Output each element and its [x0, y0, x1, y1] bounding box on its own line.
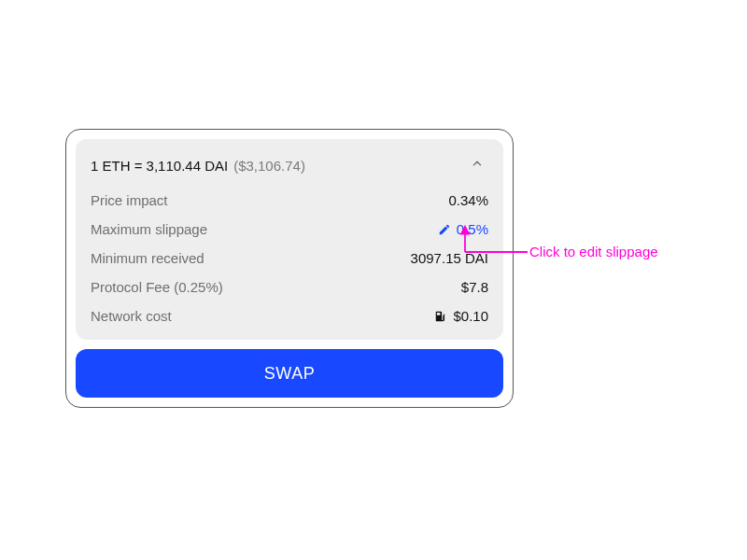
protocol-fee-row: Protocol Fee (0.25%) $7.8: [89, 273, 490, 301]
protocol-fee-value: $7.8: [461, 279, 488, 295]
price-impact-label: Price impact: [91, 192, 168, 208]
svg-point-0: [444, 314, 445, 315]
swap-button[interactable]: SWAP: [76, 349, 503, 398]
max-slippage-label: Maximum slippage: [91, 221, 207, 237]
chevron-up-icon: [471, 157, 484, 174]
price-impact-row: Price impact 0.34%: [89, 186, 490, 215]
network-cost-value: $0.10: [453, 308, 488, 324]
network-cost-row: Network cost $0.10: [89, 301, 490, 330]
collapse-button[interactable]: [466, 154, 488, 176]
exchange-rate-text: 1 ETH = 3,110.44 DAI: [91, 158, 228, 174]
min-received-row: Minimum received 3097.15 DAI: [89, 244, 490, 273]
pencil-icon: [438, 223, 451, 236]
exchange-rate: 1 ETH = 3,110.44 DAI ($3,106.74): [91, 158, 305, 174]
max-slippage-row: Maximum slippage 0.5%: [89, 215, 490, 244]
swap-summary-card: 1 ETH = 3,110.44 DAI ($3,106.74) Price i…: [65, 129, 514, 408]
annotation-text: Click to edit slippage: [529, 244, 658, 259]
min-received-value: 3097.15 DAI: [411, 250, 488, 266]
edit-slippage-button[interactable]: 0.5%: [438, 221, 488, 237]
max-slippage-value: 0.5%: [457, 221, 488, 237]
gas-pump-icon: [434, 310, 447, 323]
exchange-rate-row: 1 ETH = 3,110.44 DAI ($3,106.74): [89, 150, 490, 186]
swap-details-panel: 1 ETH = 3,110.44 DAI ($3,106.74) Price i…: [76, 139, 503, 340]
protocol-fee-label: Protocol Fee (0.25%): [91, 279, 223, 295]
network-cost-label: Network cost: [91, 308, 172, 324]
min-received-label: Minimum received: [91, 250, 204, 266]
exchange-rate-usd: ($3,106.74): [233, 158, 305, 174]
price-impact-value: 0.34%: [448, 192, 488, 208]
